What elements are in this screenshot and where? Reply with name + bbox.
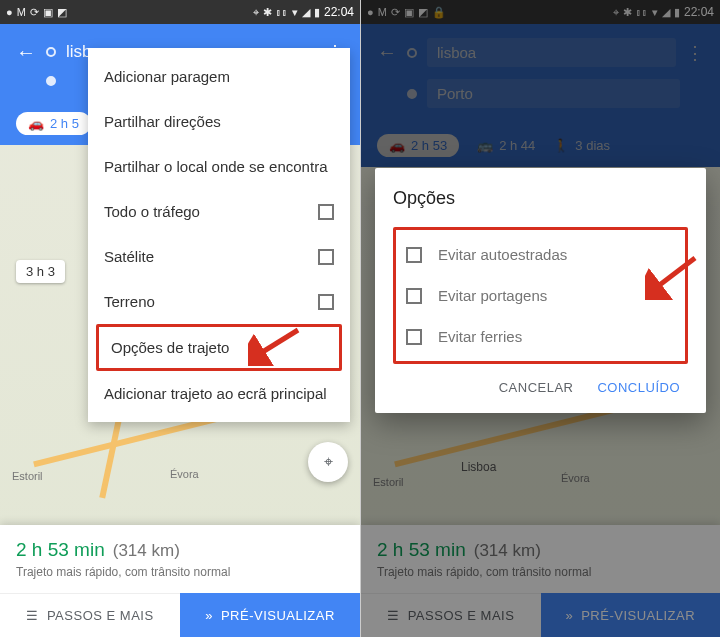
options-group: Evitar autoestradas Evitar portagens Evi… [393, 227, 688, 364]
svg-line-1 [256, 330, 298, 356]
target-icon: ⌖ [324, 453, 333, 471]
option-avoid-ferries[interactable]: Evitar ferries [400, 316, 681, 357]
checkbox-icon[interactable] [406, 288, 422, 304]
sync-icon: ⟳ [30, 6, 39, 19]
checkbox-icon[interactable] [318, 294, 334, 310]
wifi-icon: ▾ [292, 6, 298, 19]
checkbox-icon[interactable] [406, 329, 422, 345]
menu-terrain[interactable]: Terreno [88, 279, 350, 324]
menu-route-options[interactable]: Opções de trajeto [99, 327, 339, 368]
my-location-button[interactable]: ⌖ [308, 442, 348, 482]
option-avoid-tolls[interactable]: Evitar portagens [400, 275, 681, 316]
menu-all-traffic[interactable]: Todo o tráfego [88, 189, 350, 234]
sheet-distance: (314 km) [113, 541, 180, 561]
app-icon: ◩ [57, 6, 67, 19]
menu-satellite[interactable]: Satélite [88, 234, 350, 279]
clock: 22:04 [324, 5, 354, 19]
destination-marker-icon [46, 76, 56, 86]
overflow-menu: Adicionar paragem Partilhar direções Par… [88, 48, 350, 422]
mode-drive[interactable]: 🚗 2 h 5 [16, 112, 91, 135]
svg-line-3 [653, 258, 695, 290]
gmail-icon: M [17, 6, 26, 18]
annotation-arrow [248, 326, 302, 366]
origin-marker-icon [46, 47, 56, 57]
screenshot-right: Estoril Lisboa Évora Braga ● M ⟳ ▣ ◩ 🔒 ⌖… [360, 0, 720, 637]
sheet-duration: 2 h 53 min [16, 539, 105, 561]
menu-add-home[interactable]: Adicionar trajeto ao ecrã principal [88, 371, 350, 416]
menu-add-stop[interactable]: Adicionar paragem [88, 54, 350, 99]
checkbox-icon[interactable] [318, 249, 334, 265]
checkbox-icon[interactable] [406, 247, 422, 263]
chevrons-icon: » [205, 608, 213, 623]
spotify-icon: ● [6, 6, 13, 18]
list-icon: ☰ [26, 608, 39, 623]
back-icon[interactable]: ← [16, 41, 36, 64]
signal-icon: ◢ [302, 6, 310, 19]
bluetooth-icon: ✱ [263, 6, 272, 19]
alt-route-chip[interactable]: 3 h 3 [16, 260, 65, 283]
battery-icon: ▮ [314, 6, 320, 19]
map-label: Évora [170, 468, 199, 480]
done-button[interactable]: CONCLUÍDO [597, 380, 680, 395]
checkbox-icon[interactable] [318, 204, 334, 220]
screenshot-left: Estoril Évora ● M ⟳ ▣ ◩ ⌖ ✱ ⫾⫾ ▾ ◢ ▮ 22:… [0, 0, 360, 637]
mode-drive-label: 2 h 5 [50, 116, 79, 131]
vibrate-icon: ⫾⫾ [276, 6, 288, 18]
cancel-button[interactable]: CANCELAR [499, 380, 574, 395]
sheet-subtitle: Trajeto mais rápido, com trânsito normal [16, 565, 344, 579]
dialog-title: Opções [393, 188, 688, 209]
option-avoid-highways[interactable]: Evitar autoestradas [400, 234, 681, 275]
preview-button[interactable]: » PRÉ-VISUALIZAR [180, 593, 360, 637]
menu-share-location[interactable]: Partilhar o local onde se encontra [88, 144, 350, 189]
photo-icon: ▣ [43, 6, 53, 19]
status-bar: ● M ⟳ ▣ ◩ ⌖ ✱ ⫾⫾ ▾ ◢ ▮ 22:04 [0, 0, 360, 24]
annotation-arrow [645, 254, 699, 300]
location-icon: ⌖ [253, 6, 259, 19]
menu-share-directions[interactable]: Partilhar direções [88, 99, 350, 144]
map-label: Estoril [12, 470, 43, 482]
route-sheet[interactable]: 2 h 53 min (314 km) Trajeto mais rápido,… [0, 525, 360, 637]
car-icon: 🚗 [28, 116, 44, 131]
steps-button[interactable]: ☰ PASSOS E MAIS [0, 593, 180, 637]
